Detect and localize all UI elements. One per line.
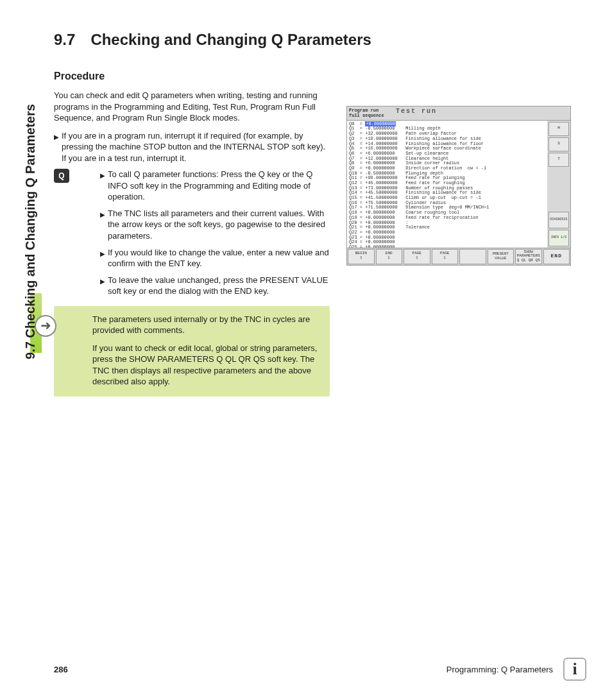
indented-bullet: To call Q parameter functions: Press the… xyxy=(100,169,331,203)
page-footer: 286 Programming: Q Parameters i xyxy=(54,658,586,681)
softkey-end-key: END xyxy=(543,249,570,264)
figure-header-title: Test run xyxy=(393,107,570,120)
heading-number: 9.7 xyxy=(54,31,75,49)
triangle-bullet-icon xyxy=(100,275,105,297)
subheading-procedure: Procedure xyxy=(54,71,580,82)
side-tile-m: M xyxy=(548,122,569,136)
softkey-present-value: PRESENT VALUE xyxy=(488,249,514,264)
arrow-up-icon: ⇧ xyxy=(359,255,362,262)
indented-bullet: If you would like to change the value, e… xyxy=(100,247,331,269)
info-icon: i xyxy=(563,658,586,681)
softkey-begin: BEGIN⇧ xyxy=(348,249,375,264)
figure-softkey-row: BEGIN⇧ END⇩ PAGE⇧ PAGE⇩ PRESENT VALUE SH… xyxy=(347,248,570,265)
indented-bullet: To leave the value unchanged, press the … xyxy=(100,275,331,297)
heading-text: Checking and Changing Q Parameters xyxy=(90,31,371,49)
indented-steps: Q To call Q parameter functions: Press t… xyxy=(54,169,331,296)
softkey-blank xyxy=(459,249,486,264)
triangle-bullet-icon xyxy=(100,247,105,269)
indented-bullet: The TNC lists all parameters and their c… xyxy=(100,208,331,242)
softkey-page-up: PAGE⇧ xyxy=(404,249,430,264)
side-tile-t: T xyxy=(548,153,569,167)
side-tile-s: S xyxy=(548,137,569,151)
figure-header: Program run full sequence Test run xyxy=(347,107,570,121)
softkey-page-down: PAGE⇩ xyxy=(432,249,459,264)
q-key-icon: Q xyxy=(54,169,69,183)
figure-side-panel: M S T DIAGNOSIS INFO 1/3 xyxy=(547,121,570,248)
q-parameter-list: Q0 = +0.00000000 Q1 = -0.50000000 Millin… xyxy=(347,121,547,248)
bullet-text: If you would like to change the value, e… xyxy=(108,247,331,269)
note-arrow-icon: ➜ xyxy=(35,315,56,337)
bullet-text: If you are in a program run, interrupt i… xyxy=(62,130,330,164)
q-param-row: Q25 = +0.00000000 xyxy=(349,245,545,248)
arrow-down-icon: ⇩ xyxy=(387,255,391,262)
section-heading: 9.7 Checking and Changing Q Parameters xyxy=(54,31,580,49)
triangle-bullet-icon xyxy=(100,208,105,242)
softkey-end: END⇩ xyxy=(376,249,403,264)
chapter-title: Programming: Q Parameters xyxy=(446,665,553,674)
bullet-text: The TNC lists all parameters and their c… xyxy=(108,208,331,242)
page-number: 286 xyxy=(54,665,68,674)
bullet-text: To call Q parameter functions: Press the… xyxy=(108,169,331,203)
arrow-down-icon: ⇩ xyxy=(443,255,446,262)
arrow-up-icon: ⇧ xyxy=(415,255,418,262)
softkey-show-parameters: SHOW PARAMETERS Q QL QR QS xyxy=(515,249,542,264)
note-paragraph-2: If you want to check or edit local, glob… xyxy=(92,343,319,388)
bullet-text: To leave the value unchanged, press the … xyxy=(108,275,331,297)
intro-paragraph: You can check and edit Q parameters when… xyxy=(54,90,330,124)
triangle-bullet-icon xyxy=(54,130,59,164)
side-tile-info: INFO 1/3 xyxy=(548,230,569,246)
figure-header-mode: Program run full sequence xyxy=(347,107,393,120)
tnc-screenshot-figure: Program run full sequence Test run Q0 = … xyxy=(346,106,571,266)
side-tile-diagnosis: DIAGNOSIS xyxy=(548,212,569,228)
triangle-bullet-icon xyxy=(100,169,105,203)
note-box: ➜ The parameters used internally or by t… xyxy=(54,306,330,397)
note-paragraph-1: The parameters used internally or by the… xyxy=(92,314,319,336)
bullet-interrupt: If you are in a program run, interrupt i… xyxy=(54,130,330,164)
